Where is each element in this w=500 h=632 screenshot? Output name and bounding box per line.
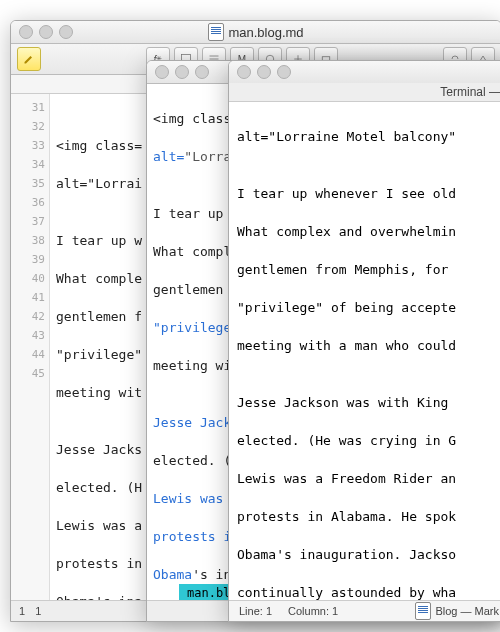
zoom-icon[interactable] <box>277 65 291 79</box>
window-title: man.blog.md <box>228 25 303 40</box>
titlebar[interactable]: man.blog.md <box>11 21 500 44</box>
status-column: Column: 1 <box>288 605 338 617</box>
close-icon[interactable] <box>237 65 251 79</box>
terminal-subtitle-bar: Terminal — <box>228 83 500 102</box>
close-icon[interactable] <box>155 65 169 79</box>
minimize-icon[interactable] <box>39 25 53 39</box>
status-col: 1 <box>35 605 41 617</box>
terminal-window: Terminal — alt="Lorraine Motel balcony" … <box>228 60 500 622</box>
zoom-icon[interactable] <box>59 25 73 39</box>
status-line: 1 <box>19 605 25 617</box>
terminal-body[interactable]: alt="Lorraine Motel balcony" I tear up w… <box>229 102 500 622</box>
minimize-icon[interactable] <box>175 65 189 79</box>
document-icon <box>208 23 224 41</box>
window-controls <box>19 25 73 39</box>
terminal-status-bar: Line: 1 Column: 1 Blog — Mark <box>229 600 500 621</box>
document-icon <box>415 602 431 620</box>
terminal-title: Terminal — <box>440 85 500 99</box>
window-controls <box>237 65 291 79</box>
minimize-icon[interactable] <box>257 65 271 79</box>
zoom-icon[interactable] <box>195 65 209 79</box>
line-gutter: 313233343536373839404142434445 <box>11 94 50 622</box>
titlebar[interactable] <box>229 61 500 84</box>
pencil-icon[interactable] <box>17 47 41 71</box>
close-icon[interactable] <box>19 25 33 39</box>
window-controls <box>155 65 209 79</box>
code-body[interactable]: <img class= alt="Lorrai I tear up w What… <box>50 94 148 622</box>
status-mode: Blog — Mark <box>435 605 499 617</box>
status-line: Line: 1 <box>239 605 272 617</box>
